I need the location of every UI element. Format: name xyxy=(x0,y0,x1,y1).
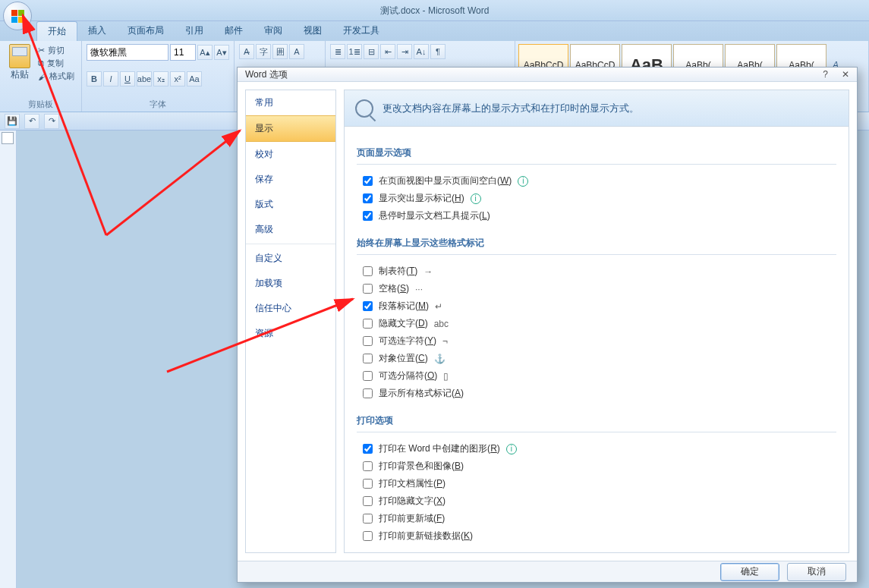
option-row: 悬停时显示文档工具提示(L) xyxy=(357,207,836,225)
option-label: 打印在 Word 中创建的图形(R) xyxy=(379,442,500,455)
tab-home[interactable]: 开始 xyxy=(36,21,77,41)
tab-references[interactable]: 引用 xyxy=(175,21,214,41)
option-checkbox[interactable] xyxy=(363,266,373,276)
save-button[interactable]: 💾 xyxy=(5,114,20,129)
nav-general[interactable]: 常用 xyxy=(246,90,335,115)
info-icon[interactable]: i xyxy=(506,444,517,454)
bullets-button[interactable]: ≣ xyxy=(330,44,345,59)
option-checkbox[interactable] xyxy=(363,461,373,471)
option-checkbox[interactable] xyxy=(363,444,373,454)
option-checkbox[interactable] xyxy=(363,388,373,398)
option-row: 显示突出显示标记(H)i xyxy=(357,190,836,207)
option-checkbox[interactable] xyxy=(363,176,373,186)
italic-button[interactable]: I xyxy=(103,71,118,86)
nav-advanced[interactable]: 高级 xyxy=(246,217,335,242)
font-size-select[interactable] xyxy=(170,44,196,61)
tab-review[interactable]: 审阅 xyxy=(253,21,293,41)
option-label: 打印前更新域(F) xyxy=(379,512,445,525)
option-row: 打印前更新域(F) xyxy=(357,510,836,527)
format-painter-button[interactable]: 🖌格式刷 xyxy=(38,70,74,83)
option-row: 打印文档属性(P) xyxy=(357,475,836,492)
word-options-dialog: Word 选项 ? ✕ 常用 显示 校对 保存 版式 高级 自定义 加载项 信任… xyxy=(237,67,858,583)
options-headline: 更改文档内容在屏幕上的显示方式和在打印时的显示方式。 xyxy=(383,102,639,115)
tab-developer[interactable]: 开发工具 xyxy=(332,21,390,41)
shrink-font-button[interactable]: A▾ xyxy=(214,45,229,60)
option-checkbox[interactable] xyxy=(363,479,373,489)
font-group-label: 字体 xyxy=(87,99,229,110)
window-title: 测试.docx - Microsoft Word xyxy=(380,5,490,16)
option-label: 可选分隔符(O) xyxy=(379,369,437,382)
grow-font-button[interactable]: A▴ xyxy=(197,45,213,60)
nav-customize[interactable]: 自定义 xyxy=(246,246,335,271)
option-row: 打印在 Word 中创建的图形(R)i xyxy=(357,440,836,458)
format-symbol: ⚓ xyxy=(434,354,480,364)
option-checkbox[interactable] xyxy=(363,354,373,363)
option-checkbox[interactable] xyxy=(363,284,373,294)
office-logo-icon xyxy=(11,10,24,23)
tab-view[interactable]: 视图 xyxy=(293,21,332,41)
option-label: 打印隐藏文字(X) xyxy=(379,495,446,508)
ruler-corner-button[interactable] xyxy=(2,132,14,144)
option-checkbox[interactable] xyxy=(363,531,373,541)
format-symbol: ¬ xyxy=(442,336,488,347)
multilevel-button[interactable]: ⊟ xyxy=(364,44,379,59)
option-label: 在页面视图中显示页面间空白(W) xyxy=(379,175,512,187)
option-checkbox[interactable] xyxy=(363,336,373,346)
underline-button[interactable]: U xyxy=(120,71,135,86)
option-label: 打印背景色和图像(B) xyxy=(379,460,464,473)
nav-display[interactable]: 显示 xyxy=(246,115,335,142)
show-marks-button[interactable]: ¶ xyxy=(430,44,446,59)
nav-resources[interactable]: 资源 xyxy=(246,321,335,346)
nav-addins[interactable]: 加载项 xyxy=(246,271,335,296)
option-checkbox[interactable] xyxy=(363,371,373,381)
char-border-button[interactable]: A xyxy=(289,44,304,59)
nav-layout[interactable]: 版式 xyxy=(246,192,335,217)
font-name-select[interactable] xyxy=(87,44,168,61)
change-case-button[interactable]: Aa xyxy=(187,71,202,86)
option-row: 空格(S)··· xyxy=(357,280,836,297)
bold-button[interactable]: B xyxy=(87,71,102,86)
numbering-button[interactable]: 1≣ xyxy=(347,44,362,59)
dialog-title-bar[interactable]: Word 选项 ? ✕ xyxy=(238,68,857,82)
info-icon[interactable]: i xyxy=(518,176,528,187)
undo-button[interactable]: ↶ xyxy=(24,114,39,129)
option-checkbox[interactable] xyxy=(363,514,373,524)
option-checkbox[interactable] xyxy=(363,496,373,506)
decrease-indent-button[interactable]: ⇤ xyxy=(380,44,395,59)
cancel-button[interactable]: 取消 xyxy=(787,563,846,581)
enclose-button[interactable]: 囲 xyxy=(272,44,288,59)
strike-button[interactable]: abe xyxy=(137,71,152,86)
options-content: 更改文档内容在屏幕上的显示方式和在打印时的显示方式。 页面显示选项 在页面视图中… xyxy=(344,90,849,553)
close-icon[interactable]: ✕ xyxy=(842,69,849,80)
sort-button[interactable]: A↓ xyxy=(414,44,429,59)
paste-button[interactable]: 粘贴 xyxy=(5,44,35,83)
tab-insert[interactable]: 插入 xyxy=(77,21,117,41)
options-scroll[interactable]: 页面显示选项 在页面视图中显示页面间空白(W)i显示突出显示标记(H)i悬停时显… xyxy=(345,127,849,552)
option-checkbox[interactable] xyxy=(363,211,373,221)
superscript-button[interactable]: x² xyxy=(170,71,185,86)
info-icon[interactable]: i xyxy=(471,193,481,204)
copy-button[interactable]: ⧉复制 xyxy=(38,57,74,70)
option-checkbox[interactable] xyxy=(363,319,373,329)
nav-save[interactable]: 保存 xyxy=(246,167,335,192)
nav-trust[interactable]: 信任中心 xyxy=(246,296,335,321)
option-row: 打印隐藏文字(X) xyxy=(357,492,836,510)
section-format-marks: 始终在屏幕上显示这些格式标记 xyxy=(357,231,836,255)
tab-layout[interactable]: 页面布局 xyxy=(117,21,175,41)
redo-button[interactable]: ↷ xyxy=(44,114,59,129)
increase-indent-button[interactable]: ⇥ xyxy=(397,44,412,59)
option-checkbox[interactable] xyxy=(363,301,373,311)
option-label: 制表符(T) xyxy=(379,265,417,278)
help-icon[interactable]: ? xyxy=(823,69,828,80)
office-button[interactable] xyxy=(3,2,32,30)
clear-format-button[interactable]: A̶ xyxy=(239,44,254,59)
phonetic-button[interactable]: 字 xyxy=(256,44,271,59)
option-checkbox[interactable] xyxy=(363,193,373,203)
tab-mail[interactable]: 邮件 xyxy=(214,21,253,41)
nav-proofing[interactable]: 校对 xyxy=(246,142,335,167)
paste-icon xyxy=(9,44,30,68)
format-symbol: ··· xyxy=(415,284,461,294)
ok-button[interactable]: 确定 xyxy=(720,563,779,581)
cut-button[interactable]: ✂剪切 xyxy=(38,44,74,57)
subscript-button[interactable]: x₂ xyxy=(153,71,168,86)
